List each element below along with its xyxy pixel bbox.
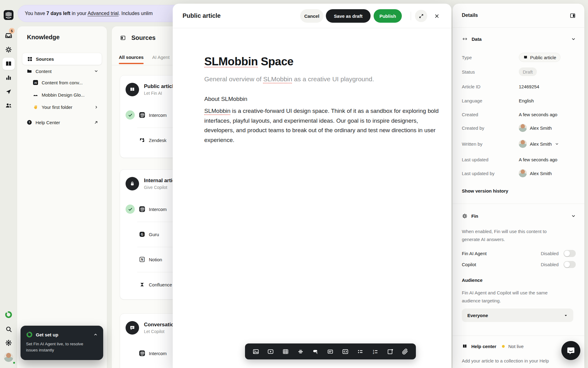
outbound-icon[interactable] (3, 86, 14, 97)
inbox-icon[interactable]: 5 (3, 30, 14, 41)
knowledge-sidebar: Knowledge Sources Content AI Content fro… (17, 26, 107, 368)
modal-header: Public article Cancel Save as draft Publ… (173, 4, 451, 28)
save-as-draft-button[interactable]: Save as draft (326, 9, 371, 23)
sidebar-item-label: Sources (36, 56, 54, 62)
expand-icon[interactable] (415, 10, 427, 22)
collapse-panel-icon[interactable] (120, 35, 126, 41)
fin-section-header[interactable]: Fin (462, 213, 576, 219)
details-title: Details (462, 13, 478, 18)
detail-row-type: Type Public article (462, 53, 576, 61)
confluence-icon (138, 281, 146, 288)
reports-icon[interactable] (3, 72, 14, 83)
code-icon (462, 36, 468, 42)
template-icon[interactable] (385, 346, 395, 357)
show-version-history-link[interactable]: Show version history (462, 188, 508, 194)
detail-row-article-id: Article ID 12469254 (462, 82, 576, 90)
intercom-logo[interactable] (3, 10, 14, 20)
tab-ai-agent[interactable]: AI Agent (152, 55, 170, 64)
divider-icon[interactable] (295, 346, 306, 357)
advanced-trial-link[interactable]: Advanced trial (88, 11, 119, 16)
svg-text:?: ? (28, 121, 30, 124)
chevron-down-icon[interactable] (571, 214, 576, 218)
numbered-list-icon[interactable]: 12 (370, 346, 380, 357)
inbox-badge: 5 (9, 28, 15, 34)
knowledge-icon[interactable] (2, 58, 15, 70)
bullet-list-icon[interactable] (355, 346, 366, 357)
audience-select[interactable]: Everyone (462, 309, 573, 322)
source-name: Guru (149, 232, 159, 237)
article-subtitle[interactable]: General overview of SLMobbin as a creati… (204, 75, 374, 83)
settings-icon[interactable] (3, 338, 14, 348)
guru-icon: G (138, 231, 146, 238)
publish-button[interactable]: Publish (374, 9, 402, 23)
detail-row-last-updated: Last updated A few seconds ago (462, 155, 576, 163)
sidebar-item-label: Mobbin Design Glo... (42, 92, 85, 98)
detail-row-status: Status Draft (462, 68, 576, 76)
sidebar-item-mobbin-design[interactable]: Mobbin Design Glo... (22, 89, 102, 101)
copilot-toggle[interactable] (564, 261, 576, 268)
callout-icon[interactable] (325, 346, 336, 357)
chevron-down-icon[interactable] (555, 142, 559, 146)
chevron-down-icon[interactable] (571, 37, 576, 41)
check-icon (126, 205, 135, 214)
detail-row-last-updated-by: Last updated by Alex Smith (462, 169, 576, 177)
source-name: Notion (149, 257, 162, 262)
sidebar-item-your-first-folder[interactable]: Your first folder (22, 101, 102, 113)
sidebar-item-content-from-conversations[interactable]: AI Content from conv... (22, 76, 102, 89)
intercom-icon (138, 205, 146, 213)
sidebar-item-label: Your first folder (42, 105, 72, 110)
search-icon[interactable] (3, 324, 14, 334)
toggle-state-label: Disabled (541, 262, 559, 267)
help-center-description: Add your article to a collection in your… (462, 357, 571, 365)
modal-title: Public article (183, 12, 221, 19)
audience-description: Fin AI Agent and Copilot will use the sa… (462, 289, 566, 305)
source-name: Intercom (149, 113, 167, 118)
details-header: Details (453, 4, 584, 28)
svg-text:1: 1 (373, 349, 374, 352)
external-link-icon (94, 120, 98, 125)
detail-row-written-by[interactable]: Written by Alex Smith (462, 140, 576, 148)
attachment-icon[interactable] (400, 346, 410, 357)
progress-ring-icon[interactable] (3, 309, 14, 320)
chevron-down-icon[interactable] (94, 69, 98, 73)
sidebar-item-sources[interactable]: Sources (22, 53, 102, 65)
get-set-up-card[interactable]: Get set up Set Fin AI Agent live, to res… (21, 326, 103, 360)
chevron-up-icon[interactable] (93, 332, 98, 337)
button-icon[interactable] (310, 346, 321, 357)
section-divider (453, 204, 584, 204)
help-center-section-header[interactable]: Help center Not live (462, 343, 576, 349)
svg-text:G: G (141, 233, 143, 236)
code-block-icon[interactable] (340, 346, 351, 357)
sidebar-item-help-center[interactable]: ? Help Center (22, 116, 102, 128)
data-section-header[interactable]: Data (462, 36, 576, 42)
check-icon (126, 110, 135, 120)
progress-ring-icon (26, 331, 33, 338)
toggle-panel-icon[interactable] (570, 13, 576, 19)
close-icon[interactable] (431, 10, 443, 22)
user-avatar[interactable] (3, 352, 14, 362)
fin-ai-agent-toggle[interactable] (564, 250, 576, 257)
toggle-state-label: Disabled (541, 251, 559, 256)
book-icon (462, 343, 468, 349)
type-chip[interactable]: Public article (519, 53, 560, 62)
setup-card-title: Get set up (36, 332, 58, 337)
table-icon[interactable] (281, 346, 291, 357)
article-body[interactable]: SLMobbin is a creative-forward UI design… (204, 106, 446, 145)
article-about-heading[interactable]: About SLMobbin (204, 96, 247, 102)
cancel-button[interactable]: Cancel (300, 9, 323, 23)
banner-text: You have 7 days left in your Advanced tr… (25, 11, 153, 16)
intercom-messenger-launcher[interactable] (561, 341, 580, 360)
tab-all-sources[interactable]: All sources (119, 55, 144, 64)
sidebar-item-content[interactable]: Content (22, 65, 102, 77)
contacts-icon[interactable] (3, 100, 14, 111)
fin-icon[interactable] (3, 44, 14, 55)
fin-ai-agent-row: Fin AI Agent Disabled (462, 249, 576, 257)
image-icon[interactable] (251, 346, 261, 357)
detail-row-language: Language English (462, 97, 576, 105)
article-title[interactable]: SLMobbin Space (204, 55, 293, 68)
section-title: Fin (471, 213, 478, 219)
video-icon[interactable] (266, 346, 276, 357)
svg-text:N: N (141, 258, 143, 261)
source-name: Confluence (149, 282, 172, 287)
chevron-right-icon[interactable] (94, 105, 98, 109)
